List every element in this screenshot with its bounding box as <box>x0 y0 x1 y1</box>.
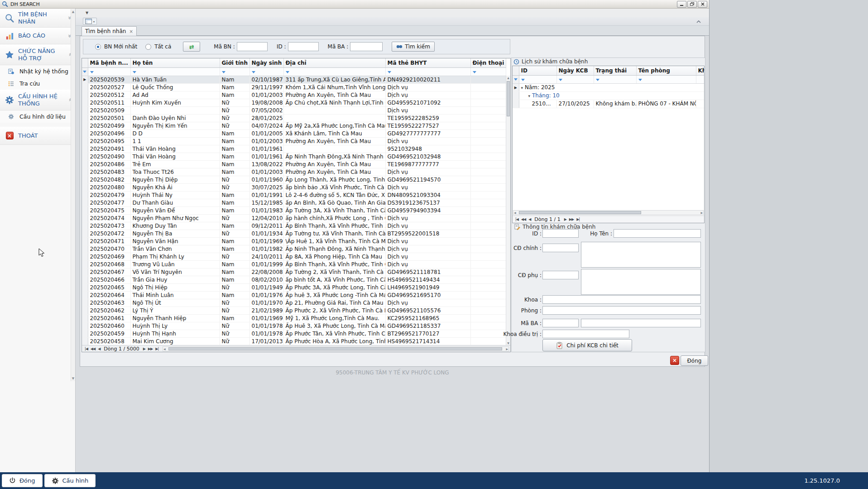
table-cell[interactable]: 2025020491 <box>88 145 130 153</box>
table-cell[interactable]: Dịch vụ <box>385 245 470 253</box>
tree-group-year[interactable]: ▶ ▾Năm: 2025 <box>513 83 704 91</box>
table-cell[interactable] <box>470 91 506 99</box>
table-row[interactable]: 2025020470Trần Văn ChơnNam01/01/1982Ấp N… <box>82 245 506 253</box>
table-cell[interactable] <box>470 237 506 245</box>
table-cell[interactable] <box>470 260 506 268</box>
table-cell[interactable]: 15/12/1985 <box>249 199 283 206</box>
table-cell[interactable]: Nữ <box>220 330 249 337</box>
table-row[interactable]: 2025020459Huỳnh Thị HạnhNữ01/01/1978Ấp P… <box>82 330 506 337</box>
table-cell[interactable]: Dịch vụ <box>385 106 470 114</box>
table-row[interactable]: 2025020512Ad AdNam01/01/2003Phường An Xu… <box>82 91 506 99</box>
table-cell[interactable]: ấp hành chính,Xã Phước Long , Tỉnh C... <box>283 214 385 222</box>
table-cell[interactable]: Dịch vụ <box>385 260 470 268</box>
taskbar-cau-hinh-button[interactable]: Cấu hình <box>44 474 96 487</box>
table-cell[interactable]: Phạm Thị Khánh Ly <box>130 253 220 260</box>
nav-next-button[interactable]: ▶ <box>142 347 147 351</box>
table-cell[interactable]: Nam <box>220 276 249 283</box>
table-cell[interactable] <box>470 122 506 129</box>
table-cell[interactable]: 12/04/2010 <box>249 214 283 222</box>
table-cell[interactable]: D D <box>130 129 220 137</box>
table-cell[interactable]: Nam <box>220 245 249 253</box>
scrollbar-thumb[interactable] <box>519 211 641 214</box>
table-row[interactable]: ▶2025020539Hà Văn TuấnNam02/10/1987311 ấ… <box>82 76 506 83</box>
table-cell[interactable]: Thái Văn Hoàng <box>130 153 220 160</box>
table-cell[interactable]: 2025020458 <box>88 337 130 345</box>
table-cell[interactable]: Lô 2-4-6 đường số 5, KCN Tân Đức, X... <box>283 191 385 199</box>
table-cell[interactable]: Nguyễn Phạm Như Ngọc <box>130 214 220 222</box>
table-cell[interactable] <box>470 307 506 314</box>
scroll-left-icon[interactable]: ◀ <box>163 347 166 350</box>
table-cell[interactable]: 2025020499 <box>88 122 130 129</box>
table-cell[interactable]: 2025020462 <box>88 307 130 314</box>
table-row[interactable]: 2025020471Nguyễn Văn HậnNam01/01/1969\Ấp… <box>82 237 506 245</box>
table-cell[interactable]: GD4969521032948 <box>385 153 470 160</box>
scrollbar-thumb[interactable] <box>507 81 510 116</box>
table-cell[interactable]: Dịch vụ <box>385 253 470 260</box>
table-cell[interactable] <box>470 168 506 176</box>
table-cell[interactable]: Phường An Xuyên, Tỉnh Cà Mau <box>283 91 385 99</box>
table-cell[interactable]: HS4969521149434 <box>385 276 470 283</box>
filter-cell[interactable] <box>696 75 704 83</box>
table-cell[interactable]: Huỳnh Thị Ly <box>130 322 220 330</box>
search-button[interactable]: Tìm kiếm <box>392 42 435 52</box>
column-header-id[interactable]: ID <box>519 66 556 75</box>
table-cell[interactable]: Nam <box>220 145 249 153</box>
dong-button[interactable]: Đóng <box>681 355 708 366</box>
radio-bn-moi-nhat-label[interactable]: BN Mới nhất <box>104 43 137 50</box>
table-cell[interactable]: 01/01/1969 <box>249 314 283 322</box>
table-cell[interactable]: Ấp 21, Phường Giá Rai, Tỉnh Cà Mau <box>283 299 385 307</box>
table-cell[interactable]: \Ấp Huê 1, Xã Vĩnh Thanh, Tỉnh Cà Mau <box>283 237 385 245</box>
table-row[interactable]: 2025020496D DNam01/01/2005Xã Khánh Lâm, … <box>82 129 506 137</box>
info-maba-input[interactable] <box>542 319 579 327</box>
table-cell[interactable]: GD4969521695170 <box>385 291 470 299</box>
table-cell[interactable]: Nữ <box>220 322 249 330</box>
table-cell[interactable]: 1 1 <box>130 137 220 145</box>
table-cell[interactable]: 01/01/1961 <box>249 145 283 153</box>
table-cell[interactable]: Ngô Thị Út <box>130 299 220 307</box>
record-id[interactable]: 2510... <box>519 100 556 108</box>
sidebar-item-tra-cuu[interactable]: Tra cứu <box>0 77 75 90</box>
table-cell[interactable]: 2025020472 <box>88 230 130 237</box>
table-cell[interactable]: 2025020459 <box>88 330 130 337</box>
table-cell[interactable]: 01/01/2005 <box>249 129 283 137</box>
filter-cell[interactable] <box>519 75 556 83</box>
table-cell[interactable]: Ấp Tường tư, Xã Vĩnh Thanh, Tỉnh Cà ... <box>283 230 385 237</box>
table-cell[interactable]: 01/01/1934 <box>249 230 283 237</box>
column-header-trang-thai[interactable]: Trạng thái <box>594 66 636 75</box>
table-cell[interactable]: Nam <box>220 237 249 245</box>
table-cell[interactable]: Huỳnh Thị Hạnh <box>130 330 220 337</box>
table-cell[interactable]: 01/01/2003 <box>249 168 283 176</box>
info-cdchinh-textarea[interactable] <box>581 242 701 268</box>
table-row[interactable]: 2025020474Nguyễn Phạm Như NgọcNữ12/04/20… <box>82 214 506 222</box>
table-cell[interactable]: Ấp Tường 3A, Xã Vĩnh Thanh, Tỉnh Cà ... <box>283 206 385 214</box>
toolbar-dropdown-icon[interactable]: ▼ <box>86 11 88 15</box>
table-cell[interactable]: Mỹ 1, Xã Phước Long,Tỉnh Cà Mau. <box>283 314 385 322</box>
table-cell[interactable] <box>470 114 506 122</box>
table-cell[interactable]: Lý Thị Ý <box>130 307 220 314</box>
table-row[interactable]: 2025020467Võ Văn Trí NguyênNam22/08/2008… <box>82 268 506 276</box>
table-cell[interactable]: GD4969521105576 <box>385 307 470 314</box>
column-header-ngay-kcb[interactable]: Ngày KCB <box>556 66 594 75</box>
table-cell[interactable]: 19/08/2008 <box>249 99 283 106</box>
column-header-ho-ten[interactable]: Họ tên <box>130 58 220 67</box>
table-cell[interactable]: 2025020471 <box>88 237 130 245</box>
table-cell[interactable]: Dịch vụ <box>385 83 470 91</box>
filter-cell[interactable] <box>283 67 385 76</box>
info-cdchinh-input[interactable] <box>542 244 579 252</box>
table-cell[interactable]: Ấp Tường 2, Xã Vĩnh Thanh, Tỉnh Cà ... <box>283 268 385 276</box>
scroll-right-icon[interactable]: ▶ <box>506 347 508 350</box>
table-cell[interactable]: 21/02/1989 <box>249 307 283 314</box>
close-red-icon[interactable]: × <box>670 356 679 365</box>
table-cell[interactable]: Phường An Xuyên, Tỉnh Cà Mau <box>283 160 385 168</box>
table-cell[interactable]: Dịch vụ <box>385 222 470 230</box>
table-cell[interactable] <box>470 291 506 299</box>
scroll-up-icon[interactable]: ▲ <box>506 76 510 79</box>
table-cell[interactable]: Nữ <box>220 230 249 237</box>
table-cell[interactable]: Nữ <box>220 214 249 222</box>
table-cell[interactable]: 2025020511 <box>88 99 130 106</box>
table-cell[interactable]: Nam <box>220 168 249 176</box>
history-horizontal-scrollbar[interactable]: ◀ ▶ <box>513 210 704 216</box>
info-phong-input[interactable] <box>542 306 701 315</box>
column-header-gioi-tinh[interactable]: Giới tính <box>220 58 249 67</box>
filter-cell[interactable] <box>594 75 636 83</box>
